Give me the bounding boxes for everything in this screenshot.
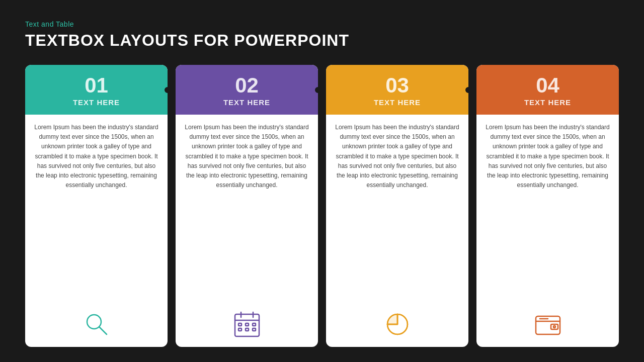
card-2: 02 TEXT HERE Lorem Ipsum has been the in… [176, 65, 318, 347]
card-4: 04 TEXT HERE Lorem Ipsum has been the in… [476, 65, 619, 347]
card-3-body: Lorem Ipsum has been the industry's stan… [326, 115, 468, 347]
card-1-icon [82, 307, 112, 342]
card-4-number: 04 [536, 75, 559, 96]
card-1: 01 TEXT HERE Lorem Ipsum has been the in… [25, 65, 168, 347]
card-4-header: 04 TEXT HERE [476, 65, 619, 115]
card-3-icon [382, 307, 413, 342]
card-1-text: Lorem Ipsum has been the industry's stan… [32, 123, 160, 301]
card-1-body: Lorem Ipsum has been the industry's stan… [25, 115, 168, 347]
card-3-number: 03 [385, 75, 409, 96]
card-3-header: 03 TEXT HERE [326, 65, 468, 115]
card-2-text: Lorem Ipsum has been the industry's stan… [183, 123, 311, 301]
slide-title: TEXTBOX LAYOUTS FOR POWERPOINT [25, 31, 619, 50]
svg-rect-11 [253, 328, 256, 331]
card-3: 03 TEXT HERE Lorem Ipsum has been the in… [326, 65, 468, 347]
card-1-label: TEXT HERE [73, 98, 120, 107]
svg-rect-10 [246, 328, 249, 331]
svg-rect-16 [551, 324, 558, 329]
card-2-connector [313, 85, 318, 95]
card-1-connector [163, 85, 168, 95]
cards-container: 01 TEXT HERE Lorem Ipsum has been the in… [25, 65, 619, 347]
card-4-icon [533, 307, 563, 342]
card-4-body: Lorem Ipsum has been the industry's stan… [476, 115, 619, 347]
svg-rect-9 [238, 328, 242, 331]
card-2-number: 02 [235, 75, 259, 96]
slide-subtitle: Text and Table [25, 20, 619, 28]
card-3-text: Lorem Ipsum has been the industry's stan… [333, 123, 461, 301]
svg-rect-7 [246, 323, 249, 326]
card-4-text: Lorem Ipsum has been the industry's stan… [484, 123, 612, 301]
card-3-connector [464, 85, 468, 95]
slide: Text and Table TEXTBOX LAYOUTS FOR POWER… [0, 0, 644, 362]
card-4-label: TEXT HERE [524, 98, 571, 107]
svg-line-1 [99, 327, 107, 334]
card-1-header: 01 TEXT HERE [25, 65, 168, 115]
card-2-body: Lorem Ipsum has been the industry's stan… [176, 115, 318, 347]
card-2-label: TEXT HERE [223, 98, 270, 107]
card-1-number: 01 [85, 75, 108, 96]
svg-rect-8 [253, 323, 256, 326]
svg-rect-6 [238, 323, 242, 326]
svg-point-17 [553, 326, 555, 328]
card-3-label: TEXT HERE [374, 98, 421, 107]
card-2-header: 02 TEXT HERE [176, 65, 318, 115]
card-2-icon [232, 307, 262, 342]
